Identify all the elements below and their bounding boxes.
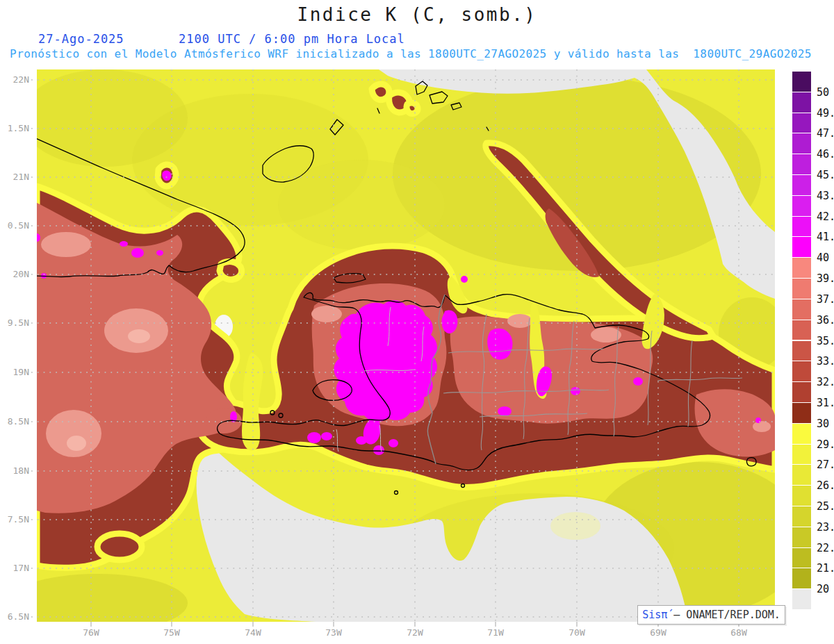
colorbar-segment <box>792 113 811 134</box>
lat-label: 18N <box>0 465 29 476</box>
colorbar-tick-label: 21.3 <box>817 562 834 575</box>
colorbar-tick-label: 40 <box>817 251 829 264</box>
colorbar-tick-label: 49.1 <box>817 107 834 119</box>
colorbar-tick-label: 22.6 <box>817 542 834 554</box>
lat-label: 9.5N <box>0 317 29 328</box>
colorbar-segment <box>792 486 811 506</box>
colorbar-tick-label: 30 <box>817 418 829 430</box>
colorbar-segment <box>792 258 811 279</box>
colorbar-tick-label: 31.3 <box>817 397 834 409</box>
lon-label: 73W <box>318 627 349 638</box>
lat-label: 8.5N <box>0 416 29 427</box>
lat-label: 19N <box>0 367 29 377</box>
colorbar-segment <box>792 465 811 486</box>
lon-label: 72W <box>400 627 430 638</box>
colorbar-tick-label: 45.2 <box>817 169 834 181</box>
colorbar-tick-label: 42.6 <box>817 210 834 223</box>
colorbar-tick-label: 32.6 <box>817 376 834 388</box>
colorbar-tick-label: 47.8 <box>817 127 834 140</box>
colorbar-segment <box>792 589 811 610</box>
colorbar-segment <box>792 527 811 548</box>
colorbar-segment <box>792 133 811 154</box>
colorbar <box>792 72 811 610</box>
colorbar-segment <box>792 72 811 92</box>
lon-label: 68W <box>723 627 754 638</box>
colorbar-segment <box>792 361 811 382</box>
colorbar-tick-label: 35.2 <box>817 335 834 347</box>
colorbar-segment <box>792 196 811 217</box>
colorbar-segment <box>792 92 811 113</box>
colorbar-segment <box>792 217 811 238</box>
lat-label: 7.5N <box>0 514 29 525</box>
lat-label: 17N <box>0 563 29 573</box>
watermark-brand: Sisπ́ <box>642 609 667 621</box>
lon-label: 70W <box>562 627 592 638</box>
colorbar-tick-label: 27.8 <box>817 459 834 471</box>
colorbar-tick-label: 33.9 <box>817 355 834 368</box>
weather-map-page: Indice K (C, somb.) 27-Ago-2025 2100 UTC… <box>0 0 834 644</box>
colorbar-segment <box>792 320 811 341</box>
colorbar-segment <box>792 382 811 403</box>
lon-label: 76W <box>76 627 106 638</box>
colorbar-segment <box>792 506 811 527</box>
colorbar-segment <box>792 341 811 362</box>
colorbar-tick-label: 50 <box>817 86 829 99</box>
pale-low-patch <box>550 512 600 540</box>
colorbar-tick-label: 25.2 <box>817 500 834 513</box>
colorbar-segment <box>792 279 811 299</box>
colorbar-segment <box>792 403 811 424</box>
lat-label: 22N <box>0 74 29 85</box>
page-title: Indice K (C, somb.) <box>0 4 834 25</box>
lon-label: 69W <box>643 627 673 638</box>
lon-label: 75W <box>156 627 187 638</box>
colorbar-tick-label: 26.5 <box>817 479 834 492</box>
lat-label: 1.5N <box>0 123 29 133</box>
colorbar-tick-label: 20 <box>817 583 829 595</box>
lat-label: 21N <box>0 172 29 182</box>
watermark-org: – ONAMET/REP.DOM. <box>667 609 780 621</box>
colorbar-segment <box>792 548 811 569</box>
colorbar-tick-label: 37.8 <box>817 293 834 306</box>
colorbar-segment <box>792 445 811 465</box>
lat-label: 20N <box>0 269 29 279</box>
map-canvas <box>0 0 834 644</box>
colorbar-segment <box>792 299 811 320</box>
model-note: Pronóstico con el Modelo Atmósferico WRF… <box>0 47 821 60</box>
colorbar-tick-label: 43.9 <box>817 190 834 202</box>
lat-label: 6.5N <box>0 611 29 622</box>
colorbar-segment <box>792 154 811 175</box>
colorbar-tick-label: 46.5 <box>817 148 834 160</box>
watermark-box: Sisπ́ – ONAMET/REP.DOM. <box>637 605 785 625</box>
lon-label: 74W <box>238 627 268 638</box>
forecast-date: 27-Ago-2025 <box>38 32 124 46</box>
colorbar-tick-label: 39.1 <box>817 272 834 285</box>
colorbar-tick-label: 36.5 <box>817 314 834 327</box>
colorbar-segment <box>792 237 811 258</box>
lat-label: 0.5N <box>0 220 29 231</box>
colorbar-segment <box>792 568 811 589</box>
forecast-valid-time: 2100 UTC / 6:00 pm Hora Local <box>179 32 405 46</box>
colorbar-tick-label: 23.9 <box>817 521 834 534</box>
colorbar-segment <box>792 175 811 196</box>
colorbar-tick-label: 29.1 <box>817 438 834 451</box>
colorbar-tick-label: 41.3 <box>817 231 834 243</box>
colorbar-segment <box>792 424 811 445</box>
lon-label: 71W <box>480 627 511 638</box>
